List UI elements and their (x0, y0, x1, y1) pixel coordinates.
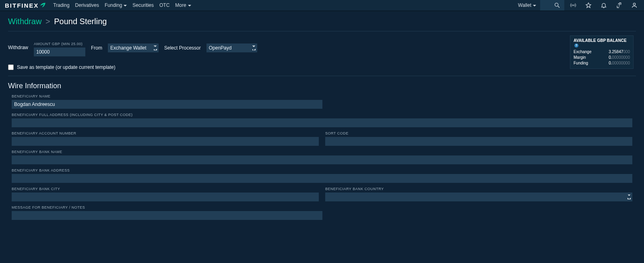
from-label: From (91, 45, 102, 51)
signal-icon[interactable] (567, 0, 580, 10)
amount-input[interactable] (34, 48, 85, 56)
save-template-label: Save as template (or update current temp… (17, 64, 116, 70)
bank-city-input[interactable] (12, 193, 319, 201)
wire-info-title: Wire Information (8, 82, 636, 90)
svg-marker-3 (586, 3, 591, 8)
bank-country-select[interactable] (325, 193, 632, 201)
top-header: BITFINEX Trading Derivatives Funding Sec… (0, 0, 644, 10)
logo[interactable]: BITFINEX (5, 2, 46, 9)
svg-point-4 (619, 6, 619, 6)
bank-name-label: BENEFICIARY BANK NAME (12, 150, 632, 154)
balance-margin-value: 0. (609, 55, 612, 60)
balance-exchange-label: Exchange (574, 49, 591, 55)
nav-trading[interactable]: Trading (53, 2, 69, 8)
processor-label: Select Processor (164, 45, 201, 51)
nav-otc[interactable]: OTC (159, 2, 169, 8)
bank-addr-label: BENEFICIARY BANK ADDRESS (12, 168, 632, 172)
header-right: Wallet (518, 0, 641, 10)
sort-code-input[interactable] (325, 137, 632, 146)
main-nav: Trading Derivatives Funding Securities O… (53, 2, 191, 8)
breadcrumb: Withdraw > Pound Sterling (0, 11, 644, 28)
notifications-icon[interactable] (597, 0, 610, 10)
ben-name-label: BENEFICIARY NAME (12, 94, 322, 98)
svg-line-1 (558, 6, 559, 8)
balance-exchange-trail: 000 (623, 50, 630, 54)
breadcrumb-withdraw[interactable]: Withdraw (8, 17, 41, 26)
withdraw-label: Withdraw (8, 45, 28, 50)
search-icon[interactable] (540, 0, 564, 10)
save-template-checkbox[interactable] (8, 64, 14, 70)
sort-code-label: SORT CODE (325, 131, 632, 135)
balance-margin-trail: 00000000 (612, 55, 630, 60)
processor-select[interactable]: OpenPayd (206, 43, 257, 52)
balance-margin-label: Margin (574, 55, 586, 60)
balance-funding-label: Funding (574, 60, 588, 66)
help-icon[interactable] (613, 0, 625, 10)
breadcrumb-separator: > (45, 17, 50, 26)
svg-point-0 (555, 3, 558, 6)
bank-country-label: BENEFICIARY BANK COUNTRY (325, 187, 632, 191)
balance-exchange-value: 3.25847 (609, 50, 623, 54)
ben-addr-label: BENEFICIARY FULL ADDRESS (INCLUDING CITY… (12, 113, 632, 117)
wallet-menu[interactable]: Wallet (518, 2, 536, 8)
bank-city-label: BENEFICIARY BANK CITY (12, 187, 319, 191)
ben-acct-input[interactable] (12, 137, 319, 146)
notes-input[interactable] (12, 211, 322, 220)
bank-name-input[interactable] (12, 155, 632, 164)
info-icon[interactable]: ? (574, 43, 578, 48)
balance-funding-value: 0. (609, 61, 612, 65)
bank-addr-input[interactable] (12, 174, 632, 183)
balance-title: AVAILABLE GBP BALANCE (574, 38, 627, 43)
svg-point-5 (633, 3, 635, 5)
amount-label: AMOUNT GBP (MIN 25.00) (34, 42, 83, 46)
nav-securities[interactable]: Securities (132, 2, 154, 8)
ben-addr-input[interactable] (12, 118, 632, 127)
svg-point-2 (573, 5, 574, 6)
account-icon[interactable] (628, 0, 641, 10)
logo-text: BITFINEX (5, 2, 39, 9)
available-balance: AVAILABLE GBP BALANCE ? Exchange 3.25847… (570, 35, 634, 69)
nav-derivatives[interactable]: Derivatives (75, 2, 99, 8)
nav-funding[interactable]: Funding (105, 2, 127, 8)
tour-icon[interactable] (582, 0, 595, 10)
ben-acct-label: BENEFICIARY ACCOUNT NUMBER (12, 131, 319, 135)
ben-name-input[interactable] (12, 100, 322, 109)
leaf-icon (39, 2, 46, 8)
from-select[interactable]: Exchange Wallet (108, 43, 159, 52)
nav-more[interactable]: More (175, 2, 191, 8)
notes-label: MESSAGE FOR BENEFICIARY / NOTES (12, 205, 322, 209)
balance-funding-trail: 00000000 (612, 61, 630, 65)
page-title: Pound Sterling (54, 17, 107, 26)
